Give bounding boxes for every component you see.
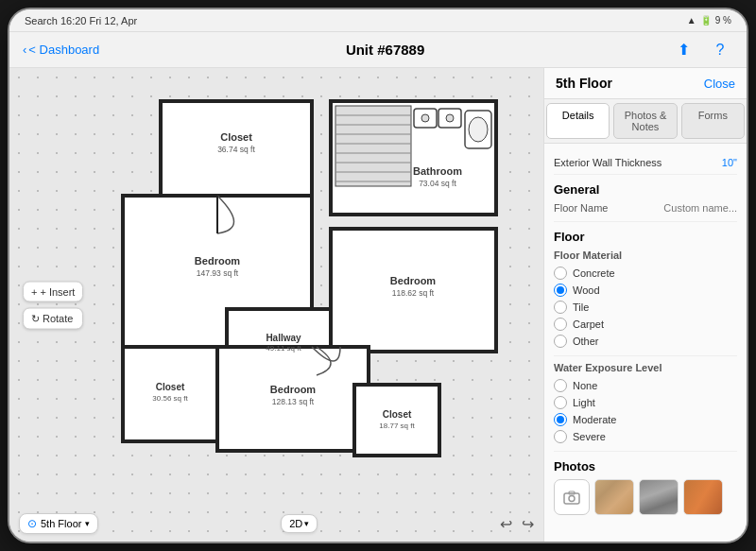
view-mode-label: 2D xyxy=(289,518,302,529)
battery-icon: 🔋 xyxy=(700,15,712,26)
camera-icon xyxy=(563,491,580,505)
help-icon: ? xyxy=(716,42,725,59)
battery-level: 9 % xyxy=(715,15,731,26)
floor-label: 5th Floor xyxy=(41,518,81,529)
help-button[interactable]: ? xyxy=(707,37,733,63)
camera-button[interactable] xyxy=(554,479,590,515)
photo-thumb-2[interactable] xyxy=(639,479,679,515)
material-wood-label: Wood xyxy=(573,284,600,296)
floor-chevron-icon: ▾ xyxy=(85,519,90,528)
material-concrete[interactable]: Concrete xyxy=(554,265,737,282)
panel-tabs: Details Photos & Notes Forms xyxy=(544,99,747,144)
tab-photos-notes[interactable]: Photos & Notes xyxy=(613,103,677,139)
back-button[interactable]: ‹ < Dashboard xyxy=(23,43,99,57)
photos-section-title: Photos xyxy=(554,459,737,474)
radio-moderate[interactable] xyxy=(554,413,567,426)
svg-text:49.11 sq ft: 49.11 sq ft xyxy=(266,344,301,353)
water-light-label: Light xyxy=(573,397,595,408)
svg-text:128.13 sq ft: 128.13 sq ft xyxy=(272,397,315,406)
floorplan-area[interactable]: + + Insert ↻ Rotate xyxy=(9,68,543,542)
plus-icon: + xyxy=(31,285,37,297)
undo-button[interactable]: ↩ xyxy=(500,515,512,533)
svg-text:18.77 sq ft: 18.77 sq ft xyxy=(379,422,415,430)
divider-1 xyxy=(554,221,737,222)
water-light[interactable]: Light xyxy=(554,394,737,411)
status-search: Search 16:20 Fri 12, Apr xyxy=(25,15,137,26)
photo-thumb-3[interactable] xyxy=(683,479,723,515)
radio-severe[interactable] xyxy=(554,430,567,443)
chevron-left-icon: ‹ xyxy=(23,43,26,57)
wall-thickness-value[interactable]: 10" xyxy=(722,157,737,168)
radio-other[interactable] xyxy=(554,335,567,348)
panel-header: 5th Floor Close xyxy=(544,68,747,99)
svg-text:36.74 sq ft: 36.74 sq ft xyxy=(217,145,255,154)
share-icon: ⬆ xyxy=(678,41,690,59)
svg-rect-7 xyxy=(354,385,439,456)
svg-text:Closet: Closet xyxy=(383,409,412,420)
material-concrete-label: Concrete xyxy=(573,267,615,279)
tab-details[interactable]: Details xyxy=(546,103,610,139)
svg-text:147.93 sq ft: 147.93 sq ft xyxy=(197,268,239,278)
nav-bar: ‹ < Dashboard Unit #67889 ⬆ ? xyxy=(9,32,747,68)
material-carpet[interactable]: Carpet xyxy=(554,316,737,333)
radio-none[interactable] xyxy=(554,379,567,392)
right-panel: 5th Floor Close Details Photos & Notes F… xyxy=(543,68,747,542)
panel-close-button[interactable]: Close xyxy=(704,77,735,91)
water-none[interactable]: None xyxy=(554,377,737,394)
svg-rect-40 xyxy=(564,493,579,504)
general-section-title: General xyxy=(554,182,737,197)
svg-text:73.04 sq ft: 73.04 sq ft xyxy=(419,179,456,188)
radio-concrete[interactable] xyxy=(554,267,567,280)
material-wood[interactable]: Wood xyxy=(554,282,737,299)
floor-section-title: Floor xyxy=(554,230,737,244)
water-moderate[interactable]: Moderate xyxy=(554,411,737,428)
material-tile-label: Tile xyxy=(573,301,589,313)
floor-selector[interactable]: ⊙ 5th Floor ▾ xyxy=(19,513,98,534)
panel-content: Exterior Wall Thickness 10" General Floo… xyxy=(544,144,747,542)
svg-text:Hallway: Hallway xyxy=(266,333,301,343)
radio-wood[interactable] xyxy=(554,284,567,297)
status-right: ▲ 🔋 9 % xyxy=(687,15,731,26)
floor-material-group: Concrete Wood Tile Carpet xyxy=(554,265,737,350)
photo-thumb-1[interactable] xyxy=(594,479,634,515)
floorplan-svg: Closet 36.74 sq ft Bathroom 73.04 sq ft … xyxy=(38,77,520,512)
bottom-bar: ⊙ 5th Floor ▾ 2D ▾ ↩ ↪ xyxy=(19,513,534,534)
water-exposure-group: None Light Moderate Severe xyxy=(554,377,737,445)
panel-floor-name: 5th Floor xyxy=(556,76,612,91)
radio-carpet[interactable] xyxy=(554,318,567,331)
svg-rect-8 xyxy=(335,106,411,186)
svg-text:Bedroom: Bedroom xyxy=(390,275,437,286)
material-other[interactable]: Other xyxy=(554,333,737,350)
radio-light[interactable] xyxy=(554,396,567,409)
wifi-icon: ▲ xyxy=(687,15,696,26)
radio-tile[interactable] xyxy=(554,301,567,314)
svg-text:Bedroom: Bedroom xyxy=(195,255,241,267)
redo-button[interactable]: ↪ xyxy=(522,515,534,533)
svg-text:Bedroom: Bedroom xyxy=(270,384,317,395)
water-severe[interactable]: Severe xyxy=(554,428,737,445)
water-moderate-label: Moderate xyxy=(573,414,616,425)
status-left: Search 16:20 Fri 12, Apr xyxy=(25,15,137,26)
tab-forms[interactable]: Forms xyxy=(681,103,745,139)
svg-text:118.62 sq ft: 118.62 sq ft xyxy=(392,288,435,298)
svg-text:Closet: Closet xyxy=(220,131,252,143)
svg-text:Closet: Closet xyxy=(156,382,185,392)
material-other-label: Other xyxy=(573,336,599,347)
water-exposure-label: Water Exposure Level xyxy=(554,362,737,373)
floor-name-input[interactable] xyxy=(643,202,737,214)
material-tile[interactable]: Tile xyxy=(554,299,737,316)
photos-grid xyxy=(554,479,737,515)
divider-3 xyxy=(554,451,737,452)
svg-point-41 xyxy=(569,495,575,501)
svg-point-20 xyxy=(421,114,429,122)
floor-icon: ⊙ xyxy=(27,517,37,530)
svg-text:Bathroom: Bathroom xyxy=(413,165,462,177)
divider-2 xyxy=(554,355,737,356)
nav-title: Unit #67889 xyxy=(346,42,424,58)
wall-thickness-row: Exterior Wall Thickness 10" xyxy=(554,151,737,175)
view-chevron-icon: ▾ xyxy=(304,519,309,528)
ipad-device: Search 16:20 Fri 12, Apr ▲ 🔋 9 % ‹ < Das… xyxy=(9,9,747,542)
share-button[interactable]: ⬆ xyxy=(671,37,697,63)
main-layout: + + Insert ↻ Rotate xyxy=(9,68,747,542)
view-selector[interactable]: 2D ▾ xyxy=(281,514,318,533)
